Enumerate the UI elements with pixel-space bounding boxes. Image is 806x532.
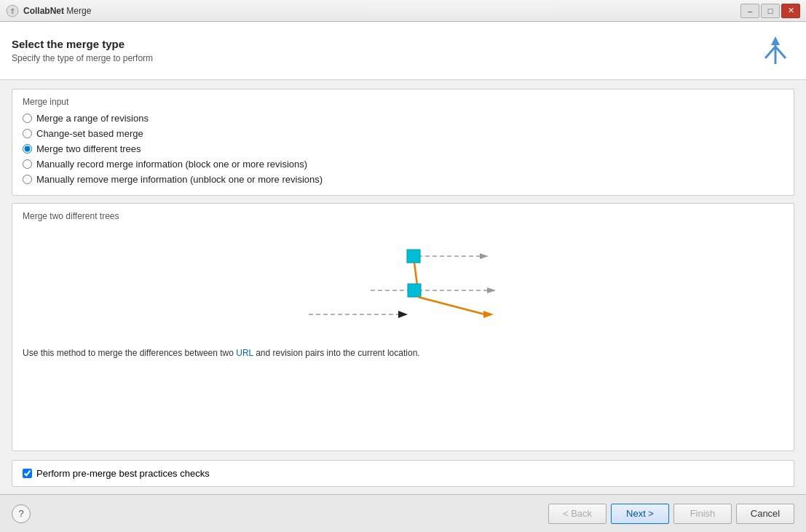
radio-label-5: Manually remove merge information (unblo… bbox=[36, 174, 323, 185]
minimize-button[interactable]: – bbox=[740, 4, 759, 18]
radio-label-2: Change-set based merge bbox=[36, 128, 143, 139]
diagram-area bbox=[23, 229, 783, 338]
svg-line-14 bbox=[418, 297, 485, 314]
app-icon: ⇑ bbox=[6, 4, 19, 17]
title-bar-left: ⇑ CollabNet Merge bbox=[6, 4, 91, 17]
title-bar-text: CollabNet Merge bbox=[23, 6, 91, 16]
merge-diagram-box: Merge two different trees bbox=[12, 203, 794, 451]
description-url-text: URL bbox=[236, 348, 253, 358]
footer-left: ? bbox=[12, 504, 31, 523]
header-left: Select the merge type Specify the type o… bbox=[12, 38, 153, 63]
radio-input-2[interactable] bbox=[23, 129, 32, 138]
close-button[interactable]: ✕ bbox=[781, 4, 800, 18]
radio-input-4[interactable] bbox=[23, 159, 32, 169]
title-bar: ⇑ CollabNet Merge – □ ✕ bbox=[0, 0, 806, 22]
radio-label-3: Merge two different trees bbox=[36, 143, 141, 154]
svg-marker-16 bbox=[398, 311, 408, 318]
main-content: Select the merge type Specify the type o… bbox=[0, 22, 806, 532]
svg-text:⇑: ⇑ bbox=[9, 7, 15, 15]
next-button[interactable]: Next > bbox=[611, 504, 669, 524]
svg-marker-7 bbox=[480, 253, 489, 259]
radio-input-5[interactable] bbox=[23, 175, 32, 184]
back-button[interactable]: < Back bbox=[548, 504, 607, 524]
description-text: Use this method to merge the differences… bbox=[23, 346, 783, 360]
svg-marker-5 bbox=[771, 36, 780, 45]
maximize-button[interactable]: □ bbox=[761, 4, 780, 18]
premerge-checkbox[interactable] bbox=[23, 469, 32, 478]
premerge-label[interactable]: Perform pre-merge best practices checks bbox=[36, 468, 210, 479]
checkbox-section: Perform pre-merge best practices checks bbox=[0, 460, 806, 494]
radio-input-3[interactable] bbox=[23, 144, 32, 154]
merge-input-box: Merge input Merge a range of revisions C… bbox=[12, 89, 794, 196]
header-icon bbox=[756, 31, 794, 71]
radio-input-1[interactable] bbox=[23, 114, 32, 123]
svg-rect-8 bbox=[407, 250, 420, 263]
radio-label-4: Manually record merge information (block… bbox=[36, 159, 307, 170]
radio-group: Merge a range of revisions Change-set ba… bbox=[23, 113, 783, 185]
radio-item-5[interactable]: Manually remove merge information (unblo… bbox=[23, 174, 783, 185]
header-section: Select the merge type Specify the type o… bbox=[0, 22, 806, 80]
svg-rect-13 bbox=[408, 284, 421, 297]
cancel-button[interactable]: Cancel bbox=[736, 504, 794, 524]
footer-right: < Back Next > Finish Cancel bbox=[548, 504, 794, 524]
page-title: Select the merge type bbox=[12, 38, 153, 50]
svg-line-3 bbox=[765, 47, 775, 58]
help-button[interactable]: ? bbox=[12, 504, 31, 523]
finish-button[interactable]: Finish bbox=[673, 504, 732, 524]
body-section: Merge input Merge a range of revisions C… bbox=[0, 80, 806, 460]
merge-input-label: Merge input bbox=[23, 97, 783, 107]
radio-item-1[interactable]: Merge a range of revisions bbox=[23, 113, 783, 124]
page-subtitle: Specify the type of merge to perform bbox=[12, 53, 153, 63]
radio-item-2[interactable]: Change-set based merge bbox=[23, 128, 783, 139]
radio-item-4[interactable]: Manually record merge information (block… bbox=[23, 159, 783, 170]
radio-item-3[interactable]: Merge two different trees bbox=[23, 143, 783, 154]
svg-line-4 bbox=[775, 47, 786, 58]
radio-label-1: Merge a range of revisions bbox=[36, 113, 149, 124]
diagram-label: Merge two different trees bbox=[23, 211, 783, 221]
merge-diagram-svg bbox=[265, 229, 542, 338]
checkbox-row: Perform pre-merge best practices checks bbox=[12, 460, 794, 487]
footer: ? < Back Next > Finish Cancel bbox=[0, 494, 806, 532]
title-bar-controls: – □ ✕ bbox=[740, 4, 800, 18]
